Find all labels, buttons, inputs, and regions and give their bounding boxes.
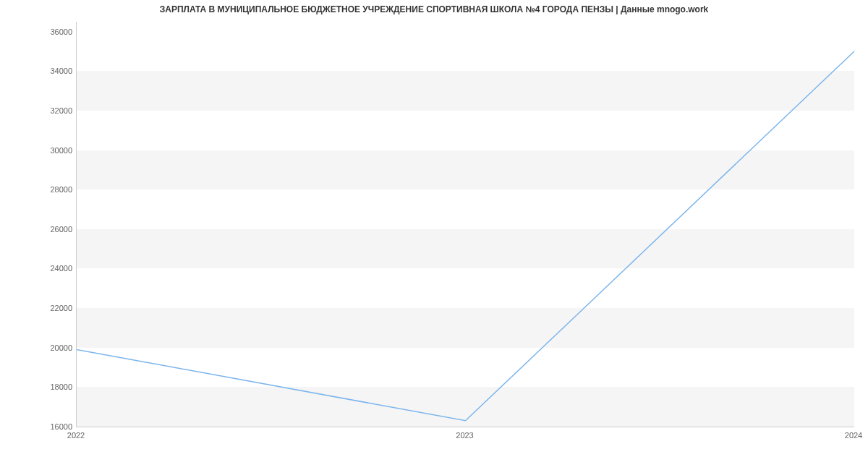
y-tick-label: 30000 <box>36 146 72 155</box>
y-tick-label: 26000 <box>36 225 72 234</box>
x-tick-label: 2023 <box>456 431 473 440</box>
plot-area <box>76 22 854 427</box>
y-tick-label: 18000 <box>36 383 72 391</box>
x-tick-label: 2024 <box>845 431 862 440</box>
y-tick-label: 28000 <box>36 185 72 194</box>
y-tick-label: 20000 <box>36 343 72 352</box>
chart-title: ЗАРПЛАТА В МУНИЦИПАЛЬНОЕ БЮДЖЕТНОЕ УЧРЕЖ… <box>0 4 868 14</box>
chart-container: ЗАРПЛАТА В МУНИЦИПАЛЬНОЕ БЮДЖЕТНОЕ УЧРЕЖ… <box>0 0 868 470</box>
y-tick-label: 32000 <box>36 106 72 115</box>
x-tick-label: 2022 <box>67 431 85 440</box>
y-tick-label: 34000 <box>36 67 72 75</box>
data-line <box>77 22 854 427</box>
y-tick-label: 22000 <box>36 304 72 312</box>
y-tick-label: 16000 <box>36 422 72 431</box>
y-tick-label: 36000 <box>36 27 72 36</box>
y-tick-label: 24000 <box>36 264 72 273</box>
